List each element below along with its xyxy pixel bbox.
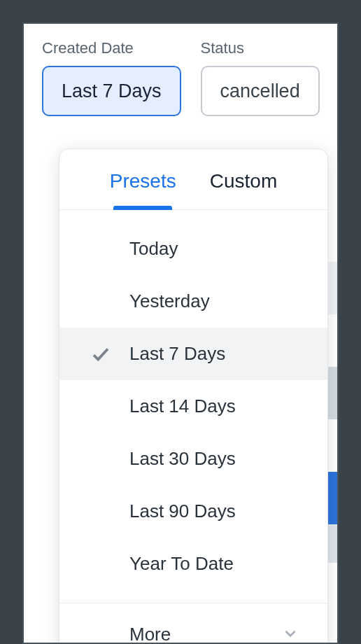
- preset-option-label: Last 7 Days: [129, 343, 225, 365]
- filters-row: Created Date Last 7 Days Status cancelle…: [24, 24, 337, 116]
- filter-created-date-button[interactable]: Last 7 Days: [42, 66, 181, 116]
- preset-option-year-to-date[interactable]: Year To Date: [59, 538, 327, 590]
- date-preset-dropdown: Presets Custom Today Yesterday Last 7 Da…: [59, 148, 328, 644]
- preset-option-last-30-days[interactable]: Last 30 Days: [59, 433, 327, 485]
- chevron-down-icon: [281, 624, 299, 645]
- filter-created-date-label: Created Date: [42, 39, 181, 57]
- preset-option-yesterday[interactable]: Yesterday: [59, 275, 327, 328]
- filter-created-date-group: Created Date Last 7 Days: [42, 39, 181, 116]
- dropdown-tabs: Presets Custom: [59, 149, 327, 210]
- preset-option-label: Last 14 Days: [129, 396, 236, 417]
- preset-options-list: Today Yesterday Last 7 Days Last 14 Days…: [59, 210, 327, 603]
- filter-status-value: cancelled: [220, 80, 300, 102]
- checkmark-icon: [90, 344, 129, 365]
- app-frame: Created Date Last 7 Days Status cancelle…: [22, 22, 339, 644]
- preset-option-today[interactable]: Today: [59, 223, 327, 275]
- filter-status-button[interactable]: cancelled: [201, 66, 320, 116]
- more-label: More: [129, 624, 171, 644]
- more-button[interactable]: More: [59, 603, 327, 644]
- preset-option-label: Today: [129, 238, 178, 260]
- filter-status-group: Status cancelled: [201, 39, 320, 116]
- preset-option-label: Last 30 Days: [129, 448, 236, 470]
- preset-option-last-14-days[interactable]: Last 14 Days: [59, 380, 327, 433]
- preset-option-label: Last 90 Days: [129, 500, 236, 522]
- preset-option-last-90-days[interactable]: Last 90 Days: [59, 485, 327, 538]
- tab-presets[interactable]: Presets: [110, 170, 176, 209]
- preset-option-label: Yesterday: [129, 290, 210, 312]
- preset-option-last-7-days[interactable]: Last 7 Days: [59, 328, 327, 380]
- preset-option-label: Year To Date: [129, 553, 234, 575]
- filter-created-date-value: Last 7 Days: [62, 80, 162, 102]
- tab-custom[interactable]: Custom: [210, 170, 277, 209]
- filter-status-label: Status: [201, 39, 320, 57]
